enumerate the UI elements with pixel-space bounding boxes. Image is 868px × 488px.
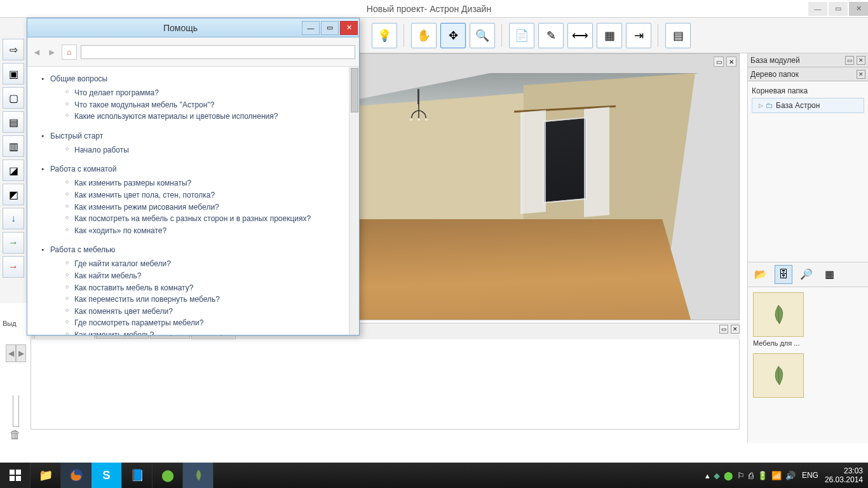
move-icon[interactable]: ✥: [440, 23, 466, 48]
right-panel-tabs: 📂 🗄 🔎 ▦: [748, 262, 868, 287]
cube3-icon[interactable]: ▤: [3, 111, 24, 133]
cube4-icon[interactable]: ▥: [3, 135, 24, 157]
doc-icon[interactable]: 📄: [509, 23, 534, 48]
help-link[interactable]: Как «ходить» по комнате?: [65, 225, 349, 237]
left-toolbar: ⇨ ▣ ▢ ▤ ▥ ◪ ◩ ↓ → →: [0, 36, 28, 303]
arrow-down-icon[interactable]: ↓: [3, 208, 24, 229]
tray-icon[interactable]: ⎙: [749, 471, 754, 480]
help-link[interactable]: Начало работы: [65, 144, 349, 156]
cube1-icon[interactable]: ▣: [3, 63, 24, 85]
tray-icon[interactable]: 🔋: [757, 471, 768, 480]
tray-icon[interactable]: 📶: [771, 471, 782, 480]
help-home-icon[interactable]: ⌂: [62, 44, 77, 60]
help-scrollbar[interactable]: [349, 67, 359, 335]
help-title-label: Помощь: [59, 23, 302, 33]
taskbar-notepad[interactable]: 📘: [122, 463, 153, 488]
start-button[interactable]: [0, 463, 31, 488]
nav-arrow-icon[interactable]: ⇨: [3, 39, 24, 60]
tray-icon[interactable]: ◆: [714, 471, 720, 480]
taskbar-lang[interactable]: ENG: [802, 471, 818, 480]
viewport-close-icon[interactable]: ✕: [726, 57, 736, 67]
system-tray[interactable]: ▴ ◆ ⬤ ⚐ ⎙ 🔋 📶 🔊: [705, 471, 796, 480]
chandelier-icon: [406, 102, 431, 127]
help-link[interactable]: Как изменить цвет пола, стен, потолка?: [65, 189, 349, 201]
help-back-icon[interactable]: ◄: [31, 47, 43, 57]
help-maximize-button[interactable]: ▭: [321, 21, 339, 35]
help-minimize-button[interactable]: —: [302, 21, 320, 35]
help-link[interactable]: Как переместить или повернуть мебель?: [65, 294, 349, 306]
thumb-folder-1[interactable]: [753, 292, 804, 337]
viewport-dock-icon[interactable]: ▭: [714, 57, 724, 67]
help-titlebar[interactable]: Помощь — ▭ ✕: [27, 18, 359, 37]
nav-next-icon[interactable]: ▶: [16, 344, 26, 362]
help-link[interactable]: Как изменить размеры комнаты?: [65, 177, 349, 189]
help-link[interactable]: Как найти мебель?: [65, 270, 349, 282]
tab-grid-icon[interactable]: ▦: [820, 265, 838, 284]
folder-icon: 🗀: [766, 101, 773, 110]
tab-db-icon[interactable]: 🗄: [775, 265, 792, 284]
help-section-room: Работа с комнатой: [50, 165, 349, 173]
taskbar-skype[interactable]: S: [92, 463, 122, 488]
help-link[interactable]: Какие используются материалы и цветовые …: [65, 111, 349, 123]
list-icon[interactable]: ▤: [665, 23, 691, 48]
help-address-input[interactable]: [81, 45, 355, 59]
taskbar: 📁 S 📘 ⬤ ▴ ◆ ⬤ ⚐ ⎙ 🔋 📶 🔊 ENG 23:03 26.03.…: [0, 463, 868, 488]
tab-search-icon[interactable]: 🔎: [797, 265, 815, 284]
measure-icon[interactable]: ⟷: [567, 23, 593, 48]
light-icon[interactable]: 💡: [372, 23, 397, 48]
expand-icon[interactable]: ▷: [759, 102, 763, 109]
bottom-dock-icon[interactable]: ▭: [719, 325, 728, 334]
zoom-icon[interactable]: 🔍: [470, 23, 495, 48]
svg-rect-5: [10, 476, 15, 481]
taskbar-clock[interactable]: 23:03 26.03.2014: [825, 466, 863, 485]
minimize-button[interactable]: —: [808, 2, 827, 16]
trash-icon[interactable]: 🗑: [6, 426, 24, 444]
nav-prev-icon[interactable]: ◀: [6, 344, 16, 362]
tray-icon[interactable]: ⚐: [737, 471, 745, 480]
tray-icon[interactable]: ▴: [705, 471, 710, 480]
tree-close-icon[interactable]: ✕: [857, 70, 865, 79]
right-panel: База модулей ▭✕ Дерево папок ✕ Корневая …: [747, 53, 868, 443]
help-dialog: Помощь — ▭ ✕ ◄ ► ⌂ Общие вопросы Что дел…: [27, 18, 360, 336]
pan-icon[interactable]: ✋: [411, 23, 437, 48]
help-nav: ◄ ► ⌂: [27, 37, 359, 67]
tray-icon[interactable]: 🔊: [785, 471, 796, 480]
arrow-right-icon[interactable]: →: [3, 232, 24, 254]
help-link[interactable]: Как изменить режим рисования мебели?: [65, 201, 349, 214]
close-button[interactable]: ✕: [849, 2, 868, 16]
tab-folder-icon[interactable]: 📂: [752, 265, 770, 284]
cube2-icon[interactable]: ▢: [3, 87, 24, 109]
persp-icon[interactable]: ◪: [3, 159, 24, 181]
help-link[interactable]: Как поменять цвет мебели?: [65, 306, 349, 318]
maximize-button[interactable]: ▭: [829, 2, 848, 16]
help-fwd-icon[interactable]: ►: [46, 47, 58, 57]
svg-rect-3: [10, 470, 15, 475]
taskbar-explorer[interactable]: 📁: [31, 463, 61, 488]
edit-icon[interactable]: ✎: [538, 23, 564, 48]
grid-icon[interactable]: ▦: [597, 23, 622, 48]
dock-icon[interactable]: ▭: [845, 56, 854, 65]
bottom-close-icon[interactable]: ✕: [731, 325, 740, 334]
export-icon[interactable]: ⇥: [626, 23, 651, 48]
taskbar-utorrent[interactable]: ⬤: [153, 463, 183, 488]
panel-close-icon[interactable]: ✕: [857, 56, 865, 65]
help-link[interactable]: Где найти каталог мебели?: [65, 258, 349, 270]
help-link[interactable]: Как посмотреть на мебель с разных сторон…: [65, 213, 349, 225]
thumb-folder-2[interactable]: [753, 353, 804, 398]
taskbar-firefox[interactable]: [61, 463, 92, 488]
tray-icon[interactable]: ⬤: [724, 471, 733, 480]
taskbar-astron[interactable]: [183, 463, 214, 488]
help-link[interactable]: Как поставить мебель в комнату?: [65, 282, 349, 294]
help-link[interactable]: Что делает программа?: [65, 87, 349, 99]
tree-item-label: База Астрон: [776, 101, 820, 110]
rotate-icon[interactable]: ◩: [3, 184, 24, 205]
svg-point-2: [425, 118, 428, 121]
help-link[interactable]: Что такое модульная мебель "Астрон"?: [65, 99, 349, 111]
arrow-red-icon[interactable]: →: [3, 256, 24, 278]
svg-point-0: [410, 118, 412, 121]
help-link[interactable]: Где посмотреть параметры мебели?: [65, 317, 349, 329]
tree-item-astron[interactable]: ▷ 🗀 База Астрон: [752, 98, 864, 113]
help-close-button[interactable]: ✕: [340, 21, 358, 35]
help-link[interactable]: Как изменить мебель?: [65, 329, 349, 335]
help-section-quickstart: Быстрый старт: [50, 132, 349, 140]
